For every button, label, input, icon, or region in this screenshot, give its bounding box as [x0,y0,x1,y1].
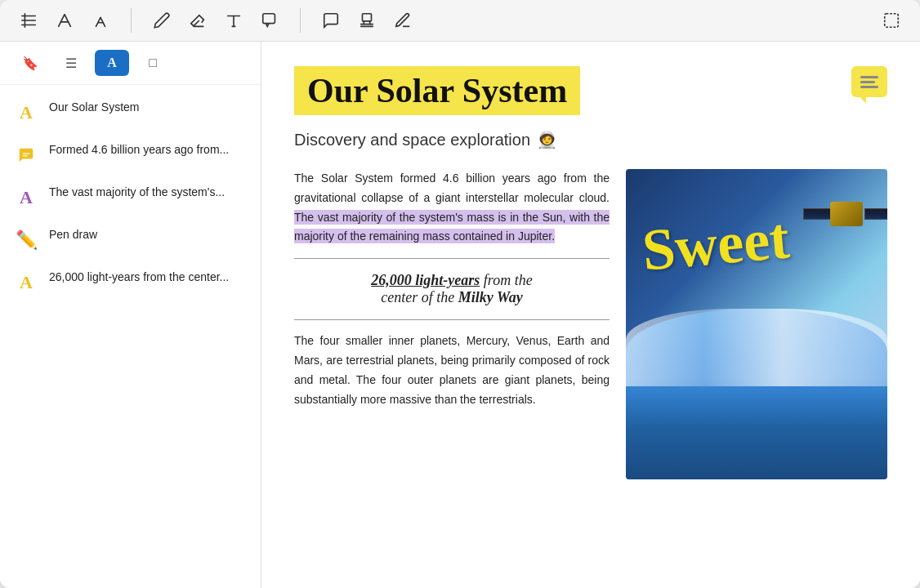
sweet-handwriting: Sweet [641,212,792,277]
comment-lines [860,76,878,88]
select-tool-icon[interactable] [879,8,904,33]
quote-line-2: center of the Milky Way [294,289,610,306]
sidebar-item-icon-5: A [13,270,39,296]
sidebar-item-text-3: The vast majority of the system's... [49,185,225,201]
tab-bookmark[interactable]: 🔖 [13,50,47,76]
body-columns: The Solar System formed 4.6 billion year… [294,169,887,479]
font-small-icon[interactable] [88,8,113,33]
quote-line2-bold: Milky Way [458,289,523,305]
font-large-icon[interactable] [52,8,77,33]
title-block: Our Solar System [294,66,887,123]
satellite-panel-left [803,208,832,220]
sidebar-item-icon-2 [13,142,39,168]
quote-line2-italic1: center of the [381,289,458,305]
title-highlight: Our Solar System [294,66,580,115]
shape-tool-icon[interactable] [257,8,282,33]
paragraph-1-normal: The Solar System formed 4.6 billion year… [294,172,610,204]
eraser-tool-icon[interactable] [185,8,210,33]
sidebar: 🔖 ☰ A □ A Our Solar System [0,42,261,588]
sidebar-item-text-1: Our Solar System [49,100,139,116]
satellite [806,185,879,251]
svg-rect-2 [885,14,899,28]
image-column: Sweet [626,169,887,479]
subtitle-emoji: 🧑‍🚀 [537,130,557,149]
comment-bubble[interactable] [851,66,887,97]
toolbar-divider-2 [300,8,301,33]
sidebar-item-icon-3: A [13,185,39,211]
comment-tool-icon[interactable] [319,8,343,33]
document-area: Our Solar System Discovery and space exp… [261,42,920,588]
sidebar-item-2[interactable]: Formed 4.6 billion years ago from... [0,134,261,176]
subtitle-text: Discovery and space exploration [294,131,530,149]
sidebar-tabs: 🔖 ☰ A □ [0,42,261,85]
comment-line-1 [860,76,878,78]
satellite-body [830,202,863,226]
satellite-panel-right [864,208,887,220]
sidebar-item-5[interactable]: A 26,000 light-years from the center... [0,261,261,304]
tab-list[interactable]: ☰ [54,50,88,76]
tab-font[interactable]: A [95,50,129,76]
doc-subtitle: Discovery and space exploration 🧑‍🚀 [294,130,887,149]
doc-quote: 26,000 light-years from the center of th… [294,258,610,320]
sidebar-item-3[interactable]: A The vast majority of the system's... [0,176,261,219]
doc-title: Our Solar System [307,71,567,110]
stamp-tool-icon[interactable] [355,8,379,33]
sidebar-item-icon-1: A [13,100,39,126]
text-column: The Solar System formed 4.6 billion year… [294,169,610,479]
quote-line-1: 26,000 light-years from the [294,272,610,289]
paragraph-1: The Solar System formed 4.6 billion year… [294,169,610,247]
pencil-tool-icon[interactable] [150,8,174,33]
svg-rect-1 [363,14,372,21]
sidebar-item-text-5: 26,000 light-years from the center... [49,270,229,286]
svg-rect-0 [263,14,275,24]
space-image: Sweet [626,169,887,479]
toolbar [0,0,920,42]
app-logo-icon[interactable] [16,8,41,33]
comment-line-3 [860,86,878,88]
comment-line-2 [860,81,875,83]
paragraph-2: The four smaller inner planets, Mercury,… [294,332,610,409]
sidebar-item-text-4: Pen draw [49,227,97,243]
quote-bold: 26,000 light-years [371,272,480,288]
earth-clouds [626,309,887,386]
tab-page[interactable]: □ [136,50,170,76]
sidebar-item-text-2: Formed 4.6 billion years ago from... [49,142,229,158]
sidebar-item-1[interactable]: A Our Solar System [0,91,261,134]
sidebar-item-4[interactable]: ✏️ Pen draw [0,219,261,261]
toolbar-divider-1 [131,8,132,33]
signature-tool-icon[interactable] [391,8,415,33]
sidebar-item-icon-4: ✏️ [13,227,39,253]
app-window: 🔖 ☰ A □ A Our Solar System [0,0,920,588]
toolbar-tools-group [150,8,282,33]
main-content: 🔖 ☰ A □ A Our Solar System [0,42,920,588]
paragraph-1-highlighted: The vast majority of the system's mass i… [294,210,610,244]
quote-italic1: from the [480,272,532,288]
text-tool-icon[interactable] [221,8,246,33]
toolbar-actions-group [319,8,415,33]
toolbar-left-group [16,8,113,33]
sidebar-items: A Our Solar System Formed 4.6 billion ye… [0,85,261,588]
